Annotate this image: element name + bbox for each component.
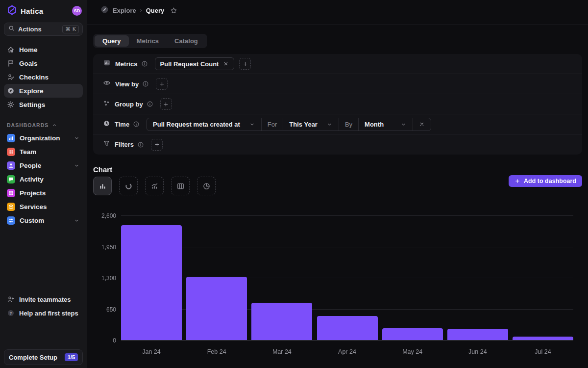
complete-setup[interactable]: Complete Setup 1/5	[4, 349, 83, 365]
dashboard-item-activity[interactable]: Activity	[4, 172, 83, 186]
y-axis-label: 2,600	[93, 212, 116, 219]
help-and-first-steps[interactable]: ?Help and first steps	[4, 306, 83, 320]
chart-type-bar-button[interactable]	[93, 177, 112, 195]
group-dots-icon	[103, 100, 110, 109]
dashboard-item-team[interactable]: Team	[4, 145, 83, 158]
filters-label: Filters	[115, 141, 134, 148]
chart-type-line-button[interactable]	[145, 177, 164, 195]
shortcut-badge: ⌘ K	[62, 25, 79, 33]
star-icon[interactable]	[170, 7, 177, 14]
sidebar: Hatica SD Actions ⌘ K HomeGoalsCheckinsE…	[0, 0, 87, 368]
actions-search[interactable]: Actions ⌘ K	[4, 23, 83, 36]
chart-type-donut-button[interactable]	[119, 177, 138, 195]
metric-chip[interactable]: Pull Request Count	[155, 57, 235, 70]
view-by-label: View by	[115, 80, 139, 88]
dashboards-header[interactable]: DASHBOARDS	[7, 122, 80, 128]
bar-chart: 2,6001,9501,3006500Jan 24Feb 24Mar 24Apr…	[93, 212, 573, 360]
add-filter-button[interactable]	[151, 139, 163, 151]
clock-icon	[103, 120, 110, 129]
people-dashboard-icon	[7, 161, 15, 170]
time-label: Time	[115, 121, 129, 128]
dashboards-header-label: DASHBOARDS	[7, 122, 49, 128]
time-field-dropdown[interactable]: Pull Request meta created at	[147, 118, 262, 131]
eye-icon	[103, 79, 111, 89]
dashboard-item-people[interactable]: People	[4, 158, 83, 172]
info-icon[interactable]	[137, 141, 144, 148]
dashboard-item-projects[interactable]: Projects	[4, 186, 83, 200]
x-axis-label: Jul 24	[513, 348, 573, 355]
info-icon[interactable]	[141, 60, 148, 67]
line-chart-icon	[150, 182, 159, 190]
team-dashboard-icon	[7, 148, 15, 156]
actions-label: Actions	[18, 26, 42, 33]
chart-type-selector	[93, 177, 216, 195]
sidebar-item-goals[interactable]: Goals	[4, 56, 83, 70]
time-range-dropdown[interactable]: This Year	[283, 118, 339, 131]
sidebar-item-home[interactable]: Home	[4, 43, 83, 56]
time-granularity-dropdown[interactable]: Month	[359, 118, 413, 131]
dashboard-item-services[interactable]: Services	[4, 200, 83, 213]
close-icon[interactable]	[223, 61, 229, 67]
gridline	[121, 215, 573, 216]
y-axis-label: 1,950	[93, 244, 116, 251]
bar-chart-icon	[98, 182, 107, 190]
projects-dashboard-icon	[7, 189, 15, 197]
group-by-row: Group by	[93, 94, 582, 114]
info-icon[interactable]	[133, 121, 140, 128]
topbar: Explore › Query	[87, 0, 588, 25]
sidebar-item-settings[interactable]: Settings	[4, 98, 83, 111]
chevron-down-icon	[326, 121, 333, 128]
user-avatar[interactable]: SD	[72, 6, 82, 16]
dashboard-item-label: People	[20, 162, 41, 169]
gridline	[121, 247, 573, 247]
metrics-label: Metrics	[115, 60, 138, 68]
info-icon[interactable]	[147, 101, 153, 107]
services-dashboard-icon	[7, 203, 15, 211]
dashboard-item-organization[interactable]: Organization	[4, 131, 83, 145]
bar-jan-24[interactable]	[121, 225, 182, 340]
chart-section-title: Chart	[93, 165, 112, 174]
bar-may-24[interactable]	[382, 328, 443, 340]
compass-icon	[7, 87, 15, 95]
sidebar-item-explore[interactable]: Explore	[4, 84, 83, 98]
help-icon: ?	[7, 309, 15, 317]
breadcrumb-section[interactable]: Explore	[113, 7, 136, 14]
search-icon	[8, 25, 15, 34]
remove-time-button[interactable]	[413, 118, 431, 131]
x-axis-label: Jan 24	[121, 348, 182, 355]
add-metric-button[interactable]	[239, 58, 251, 70]
footer-item-label: Help and first steps	[19, 310, 78, 317]
sidebar-item-checkins[interactable]: Checkins	[4, 70, 83, 84]
time-for-label: For	[262, 118, 284, 131]
brand-row: Hatica SD	[0, 0, 87, 22]
tab-catalog[interactable]: Catalog	[167, 35, 206, 47]
activity-dashboard-icon	[7, 175, 15, 184]
dashboard-item-label: Team	[20, 148, 36, 156]
metrics-row: Metrics Pull Request Count	[93, 54, 582, 74]
dashboard-item-label: Services	[20, 203, 47, 210]
hatica-logo-icon	[7, 5, 17, 17]
bar-jun-24[interactable]	[447, 329, 508, 340]
time-range-value: This Year	[289, 121, 318, 128]
bar-apr-24[interactable]	[317, 316, 378, 340]
chevron-down-icon	[74, 217, 80, 224]
x-axis-label: Apr 24	[317, 348, 378, 355]
add-group-by-button[interactable]	[160, 98, 172, 110]
tab-query[interactable]: Query	[95, 35, 129, 47]
complete-setup-label: Complete Setup	[9, 354, 57, 361]
add-view-by-button[interactable]	[156, 78, 168, 90]
dashboard-item-label: Projects	[20, 189, 46, 197]
add-to-dashboard-button[interactable]: Add to dashboard	[509, 175, 582, 187]
x-axis-label: Jun 24	[447, 348, 508, 355]
gear-icon	[7, 101, 15, 108]
tab-metrics[interactable]: Metrics	[129, 35, 167, 47]
bar-mar-24[interactable]	[251, 303, 312, 340]
bar-jul-24[interactable]	[513, 337, 573, 340]
chart-type-table-button[interactable]	[171, 177, 190, 195]
dashboard-item-custom[interactable]: Custom	[4, 213, 83, 227]
plus-icon	[514, 178, 520, 184]
chart-type-pie-button[interactable]	[197, 177, 216, 195]
info-icon[interactable]	[142, 80, 149, 87]
invite-teammates[interactable]: Invite teammates	[4, 292, 83, 306]
bar-feb-24[interactable]	[186, 277, 247, 340]
